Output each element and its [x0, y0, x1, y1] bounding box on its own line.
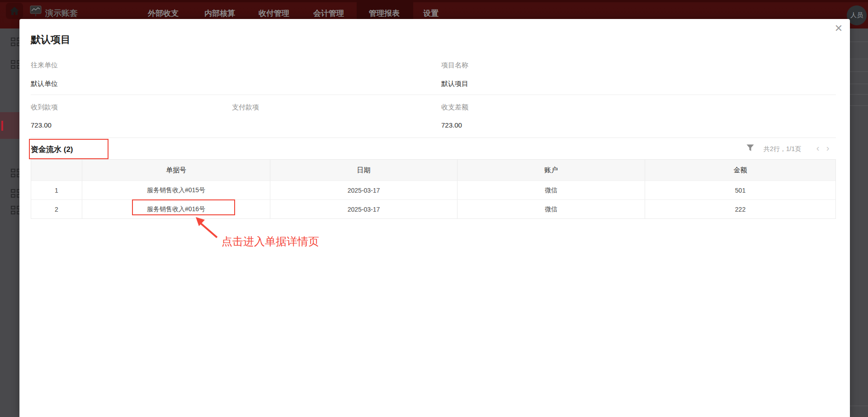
field-value-received: 723.00	[31, 121, 52, 129]
cell-index: 2	[31, 200, 82, 218]
cell-amount: 222	[645, 200, 835, 218]
panel-divider	[850, 71, 868, 72]
cell-account: 微信	[457, 200, 645, 218]
filter-icon[interactable]	[746, 144, 754, 153]
home-button[interactable]	[6, 3, 23, 19]
panel-divider	[850, 42, 868, 42]
panel-divider	[850, 406, 868, 406]
col-header-index	[31, 160, 82, 180]
nav-item-settings[interactable]: 设置	[423, 8, 439, 19]
close-icon[interactable]: ✕	[833, 23, 844, 34]
table-row: 1 服务销售收入#015号 2025-03-17 微信 501	[31, 180, 835, 199]
cell-account: 微信	[457, 181, 645, 199]
next-page-icon[interactable]: ›	[823, 143, 833, 153]
table-header-row: 单据号 日期 账户 金额	[31, 160, 835, 180]
annotation-box-section-title	[29, 139, 108, 159]
nav-item-payment-management[interactable]: 收付管理	[259, 8, 289, 19]
left-sidebar-strip	[0, 28, 19, 417]
cell-index: 1	[31, 181, 82, 199]
nav-item-internal-accounting[interactable]: 内部核算	[204, 8, 235, 19]
col-header-account: 账户	[457, 160, 645, 180]
field-value-counterparty: 默认单位	[31, 80, 58, 88]
cell-date: 2025-03-17	[270, 181, 457, 199]
annotation-box-doc-no-cell	[132, 199, 235, 215]
cell-doc-no[interactable]: 服务销售收入#015号	[82, 181, 270, 199]
field-value-project-name: 默认项目	[441, 80, 468, 88]
nav-item-external-income-expense[interactable]: 外部收支	[148, 8, 179, 19]
field-label-paid: 支付款项	[232, 103, 259, 112]
dashboard-chart-icon[interactable]	[30, 5, 42, 16]
panel-divider	[850, 84, 868, 84]
panel-divider	[850, 94, 868, 95]
col-header-amount: 金额	[645, 160, 835, 180]
right-panel-strip	[850, 28, 868, 417]
annotation-note: 点击进入单据详情页	[222, 234, 319, 249]
col-header-doc-no: 单据号	[82, 160, 270, 180]
sidebar-active-item[interactable]	[0, 112, 19, 139]
field-label-balance: 收支差额	[441, 103, 468, 112]
panel-divider	[850, 105, 868, 106]
divider	[31, 95, 836, 95]
col-header-date: 日期	[270, 160, 457, 180]
panel-divider	[850, 59, 868, 59]
field-value-balance: 723.00	[441, 121, 462, 129]
prev-page-icon[interactable]: ‹	[813, 143, 823, 153]
home-icon	[9, 6, 19, 15]
cell-date: 2025-03-17	[270, 200, 457, 218]
nav-item-management-reports[interactable]: 管理报表	[369, 8, 400, 19]
pagination-summary: 共2行，1/1页	[764, 145, 801, 153]
pagination-controls: ‹ ›	[813, 143, 833, 153]
field-label-counterparty: 往来单位	[31, 61, 58, 70]
field-label-project-name: 项目名称	[441, 61, 468, 70]
modal-title: 默认项目	[31, 33, 71, 47]
default-project-modal: ✕ 默认项目 往来单位 默认单位 项目名称 默认项目 收到款项 723.00 支…	[19, 19, 850, 417]
account-set-name[interactable]: 演示账套	[45, 8, 78, 19]
nav-item-accounting-management[interactable]: 会计管理	[313, 8, 344, 19]
sidebar-active-indicator	[1, 121, 3, 131]
cell-amount: 501	[645, 181, 835, 199]
field-label-received: 收到款项	[31, 103, 58, 112]
divider	[31, 137, 836, 138]
